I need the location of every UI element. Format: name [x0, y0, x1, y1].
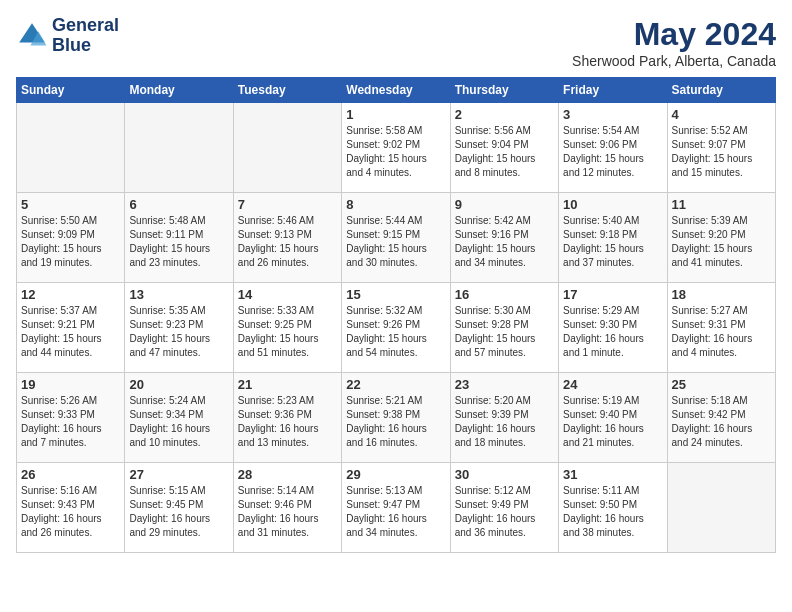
- day-number: 13: [129, 287, 228, 302]
- calendar-table: SundayMondayTuesdayWednesdayThursdayFrid…: [16, 77, 776, 553]
- calendar-cell: [17, 103, 125, 193]
- calendar-cell: 15Sunrise: 5:32 AM Sunset: 9:26 PM Dayli…: [342, 283, 450, 373]
- day-info: Sunrise: 5:13 AM Sunset: 9:47 PM Dayligh…: [346, 484, 445, 540]
- calendar-cell: 19Sunrise: 5:26 AM Sunset: 9:33 PM Dayli…: [17, 373, 125, 463]
- day-number: 21: [238, 377, 337, 392]
- calendar-cell: 27Sunrise: 5:15 AM Sunset: 9:45 PM Dayli…: [125, 463, 233, 553]
- calendar-cell: 7Sunrise: 5:46 AM Sunset: 9:13 PM Daylig…: [233, 193, 341, 283]
- calendar-cell: 16Sunrise: 5:30 AM Sunset: 9:28 PM Dayli…: [450, 283, 558, 373]
- weekday-header: Saturday: [667, 78, 775, 103]
- calendar-cell: 2Sunrise: 5:56 AM Sunset: 9:04 PM Daylig…: [450, 103, 558, 193]
- day-number: 26: [21, 467, 120, 482]
- weekday-header: Friday: [559, 78, 667, 103]
- day-number: 14: [238, 287, 337, 302]
- weekday-header-row: SundayMondayTuesdayWednesdayThursdayFrid…: [17, 78, 776, 103]
- day-info: Sunrise: 5:11 AM Sunset: 9:50 PM Dayligh…: [563, 484, 662, 540]
- logo-icon: [16, 20, 48, 52]
- calendar-cell: 10Sunrise: 5:40 AM Sunset: 9:18 PM Dayli…: [559, 193, 667, 283]
- day-number: 7: [238, 197, 337, 212]
- calendar-cell: 1Sunrise: 5:58 AM Sunset: 9:02 PM Daylig…: [342, 103, 450, 193]
- day-info: Sunrise: 5:33 AM Sunset: 9:25 PM Dayligh…: [238, 304, 337, 360]
- day-number: 22: [346, 377, 445, 392]
- day-number: 25: [672, 377, 771, 392]
- day-number: 9: [455, 197, 554, 212]
- day-info: Sunrise: 5:23 AM Sunset: 9:36 PM Dayligh…: [238, 394, 337, 450]
- calendar-cell: 25Sunrise: 5:18 AM Sunset: 9:42 PM Dayli…: [667, 373, 775, 463]
- day-info: Sunrise: 5:30 AM Sunset: 9:28 PM Dayligh…: [455, 304, 554, 360]
- day-info: Sunrise: 5:39 AM Sunset: 9:20 PM Dayligh…: [672, 214, 771, 270]
- day-number: 28: [238, 467, 337, 482]
- day-number: 1: [346, 107, 445, 122]
- day-info: Sunrise: 5:50 AM Sunset: 9:09 PM Dayligh…: [21, 214, 120, 270]
- day-number: 30: [455, 467, 554, 482]
- day-number: 29: [346, 467, 445, 482]
- calendar-cell: 17Sunrise: 5:29 AM Sunset: 9:30 PM Dayli…: [559, 283, 667, 373]
- calendar-week-row: 12Sunrise: 5:37 AM Sunset: 9:21 PM Dayli…: [17, 283, 776, 373]
- calendar-week-row: 19Sunrise: 5:26 AM Sunset: 9:33 PM Dayli…: [17, 373, 776, 463]
- calendar-cell: 14Sunrise: 5:33 AM Sunset: 9:25 PM Dayli…: [233, 283, 341, 373]
- calendar-cell: [125, 103, 233, 193]
- day-number: 2: [455, 107, 554, 122]
- day-number: 24: [563, 377, 662, 392]
- weekday-header: Monday: [125, 78, 233, 103]
- calendar-cell: 18Sunrise: 5:27 AM Sunset: 9:31 PM Dayli…: [667, 283, 775, 373]
- day-info: Sunrise: 5:37 AM Sunset: 9:21 PM Dayligh…: [21, 304, 120, 360]
- day-number: 8: [346, 197, 445, 212]
- day-info: Sunrise: 5:35 AM Sunset: 9:23 PM Dayligh…: [129, 304, 228, 360]
- day-info: Sunrise: 5:40 AM Sunset: 9:18 PM Dayligh…: [563, 214, 662, 270]
- logo-text: General Blue: [52, 16, 119, 56]
- day-number: 19: [21, 377, 120, 392]
- day-info: Sunrise: 5:46 AM Sunset: 9:13 PM Dayligh…: [238, 214, 337, 270]
- calendar-cell: 21Sunrise: 5:23 AM Sunset: 9:36 PM Dayli…: [233, 373, 341, 463]
- calendar-cell: 20Sunrise: 5:24 AM Sunset: 9:34 PM Dayli…: [125, 373, 233, 463]
- day-info: Sunrise: 5:20 AM Sunset: 9:39 PM Dayligh…: [455, 394, 554, 450]
- calendar-week-row: 1Sunrise: 5:58 AM Sunset: 9:02 PM Daylig…: [17, 103, 776, 193]
- day-info: Sunrise: 5:52 AM Sunset: 9:07 PM Dayligh…: [672, 124, 771, 180]
- day-number: 23: [455, 377, 554, 392]
- day-number: 31: [563, 467, 662, 482]
- day-number: 4: [672, 107, 771, 122]
- weekday-header: Tuesday: [233, 78, 341, 103]
- day-info: Sunrise: 5:29 AM Sunset: 9:30 PM Dayligh…: [563, 304, 662, 360]
- day-number: 12: [21, 287, 120, 302]
- calendar-cell: 8Sunrise: 5:44 AM Sunset: 9:15 PM Daylig…: [342, 193, 450, 283]
- calendar-cell: [233, 103, 341, 193]
- day-info: Sunrise: 5:56 AM Sunset: 9:04 PM Dayligh…: [455, 124, 554, 180]
- day-info: Sunrise: 5:44 AM Sunset: 9:15 PM Dayligh…: [346, 214, 445, 270]
- day-number: 5: [21, 197, 120, 212]
- weekday-header: Thursday: [450, 78, 558, 103]
- weekday-header: Wednesday: [342, 78, 450, 103]
- day-number: 17: [563, 287, 662, 302]
- day-info: Sunrise: 5:42 AM Sunset: 9:16 PM Dayligh…: [455, 214, 554, 270]
- calendar-cell: 12Sunrise: 5:37 AM Sunset: 9:21 PM Dayli…: [17, 283, 125, 373]
- calendar-cell: 13Sunrise: 5:35 AM Sunset: 9:23 PM Dayli…: [125, 283, 233, 373]
- day-info: Sunrise: 5:58 AM Sunset: 9:02 PM Dayligh…: [346, 124, 445, 180]
- day-info: Sunrise: 5:19 AM Sunset: 9:40 PM Dayligh…: [563, 394, 662, 450]
- day-info: Sunrise: 5:26 AM Sunset: 9:33 PM Dayligh…: [21, 394, 120, 450]
- day-info: Sunrise: 5:15 AM Sunset: 9:45 PM Dayligh…: [129, 484, 228, 540]
- day-info: Sunrise: 5:14 AM Sunset: 9:46 PM Dayligh…: [238, 484, 337, 540]
- day-info: Sunrise: 5:27 AM Sunset: 9:31 PM Dayligh…: [672, 304, 771, 360]
- title-block: May 2024 Sherwood Park, Alberta, Canada: [572, 16, 776, 69]
- calendar-cell: 23Sunrise: 5:20 AM Sunset: 9:39 PM Dayli…: [450, 373, 558, 463]
- calendar-cell: 30Sunrise: 5:12 AM Sunset: 9:49 PM Dayli…: [450, 463, 558, 553]
- calendar-cell: 11Sunrise: 5:39 AM Sunset: 9:20 PM Dayli…: [667, 193, 775, 283]
- calendar-cell: 4Sunrise: 5:52 AM Sunset: 9:07 PM Daylig…: [667, 103, 775, 193]
- day-info: Sunrise: 5:48 AM Sunset: 9:11 PM Dayligh…: [129, 214, 228, 270]
- day-number: 10: [563, 197, 662, 212]
- calendar-cell: 28Sunrise: 5:14 AM Sunset: 9:46 PM Dayli…: [233, 463, 341, 553]
- day-info: Sunrise: 5:18 AM Sunset: 9:42 PM Dayligh…: [672, 394, 771, 450]
- day-number: 3: [563, 107, 662, 122]
- calendar-cell: 3Sunrise: 5:54 AM Sunset: 9:06 PM Daylig…: [559, 103, 667, 193]
- day-number: 18: [672, 287, 771, 302]
- month-title: May 2024: [572, 16, 776, 53]
- calendar-cell: 9Sunrise: 5:42 AM Sunset: 9:16 PM Daylig…: [450, 193, 558, 283]
- day-info: Sunrise: 5:32 AM Sunset: 9:26 PM Dayligh…: [346, 304, 445, 360]
- day-info: Sunrise: 5:24 AM Sunset: 9:34 PM Dayligh…: [129, 394, 228, 450]
- day-number: 11: [672, 197, 771, 212]
- calendar-cell: [667, 463, 775, 553]
- calendar-cell: 31Sunrise: 5:11 AM Sunset: 9:50 PM Dayli…: [559, 463, 667, 553]
- day-info: Sunrise: 5:54 AM Sunset: 9:06 PM Dayligh…: [563, 124, 662, 180]
- day-info: Sunrise: 5:21 AM Sunset: 9:38 PM Dayligh…: [346, 394, 445, 450]
- calendar-week-row: 5Sunrise: 5:50 AM Sunset: 9:09 PM Daylig…: [17, 193, 776, 283]
